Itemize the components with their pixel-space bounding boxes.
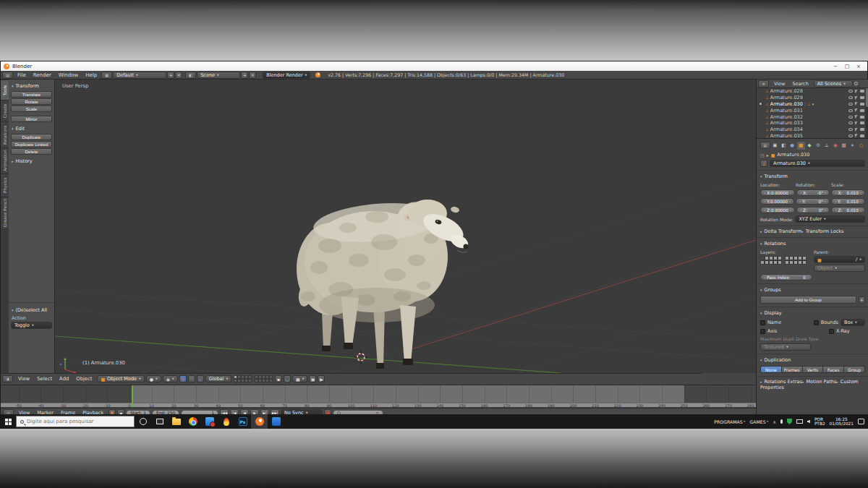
sheep-model[interactable] (297, 194, 470, 369)
duplicate-linked-button[interactable]: Duplicate Linked (11, 141, 52, 147)
pin-icon[interactable]: ◳ (760, 153, 765, 158)
timeline-region[interactable]: -50-40-30-20-100102030405060708090100110… (1, 385, 756, 407)
display-icon[interactable] (796, 419, 803, 424)
current-frame-indicator[interactable] (132, 385, 133, 407)
scene-dropdown[interactable]: Scene (197, 72, 240, 79)
snap-element-dropdown[interactable]: ▦ (292, 375, 307, 382)
toolshelf-tab-relations[interactable]: Relations (1, 121, 9, 147)
parent-type-dropdown[interactable]: Object (814, 265, 865, 272)
selectability-cursor-icon[interactable] (855, 127, 859, 132)
remove-layout-button[interactable]: × (175, 72, 182, 79)
outliner-search-icon[interactable] (854, 82, 858, 85)
world-tab-icon[interactable]: ● (788, 142, 796, 150)
microphone-icon[interactable] (780, 419, 783, 424)
opengl-render-anim-icon[interactable]: ▶ (318, 375, 325, 382)
duplication-option-group[interactable]: Group (844, 366, 865, 373)
scene-tab-icon[interactable]: ◧ (780, 142, 788, 150)
scale-x-field[interactable]: X:0.010 (831, 189, 865, 196)
renderability-camera-icon[interactable] (860, 134, 864, 137)
location-z-field[interactable]: Z:0.00000 (760, 207, 795, 213)
id-block-icon[interactable]: ⊥ (760, 160, 767, 167)
clock[interactable]: 16:2501/05/2021 (830, 417, 854, 427)
rotation-y-field[interactable]: Y:0° (796, 198, 830, 205)
menu-help[interactable]: Help (82, 72, 101, 78)
editor-type-3dview-icon[interactable]: ◑ (2, 375, 13, 382)
editor-type-info-icon[interactable]: ▤ (2, 72, 13, 79)
edit-section-header[interactable]: Edit (12, 126, 52, 132)
menu-window[interactable]: Window (55, 72, 82, 78)
task-view-icon[interactable] (151, 414, 168, 429)
layout-dropdown[interactable]: Default (113, 72, 166, 79)
mode-dropdown[interactable]: ■Object Mode (97, 375, 144, 382)
pass-index-field[interactable]: Pass Index:0 (760, 274, 812, 281)
duplication-option-none[interactable]: None (760, 366, 782, 373)
mirror-button[interactable]: Mirror (11, 116, 52, 122)
toolshelf-tab-animation[interactable]: Animation (1, 147, 9, 174)
operator-title[interactable]: (De)select All (12, 307, 52, 313)
layers-grid-b[interactable] (785, 256, 807, 265)
texture-tab-icon[interactable]: ▩ (840, 142, 848, 150)
speaker-icon[interactable] (807, 420, 810, 424)
selectability-cursor-icon[interactable] (855, 134, 859, 138)
selectability-cursor-icon[interactable] (855, 121, 859, 126)
outliner-item[interactable]: ⊥Armature.035 (757, 133, 866, 138)
viewport-menu-view[interactable]: View (14, 376, 33, 382)
search-input[interactable] (27, 419, 121, 424)
selectability-cursor-icon[interactable] (855, 95, 859, 100)
chrome-icon[interactable] (184, 414, 201, 429)
add-layout-button[interactable]: + (167, 72, 174, 79)
new-group-button[interactable]: + (859, 296, 865, 304)
delete-button[interactable]: Delete (11, 148, 52, 155)
outliner-item[interactable]: ⊥Armature.029 (757, 95, 866, 101)
menu-render[interactable]: Render (30, 72, 55, 78)
outliner-item[interactable]: ⊥Armature.028 (757, 88, 866, 95)
location-y-field[interactable]: Y:0.00000 (760, 198, 794, 205)
close-button[interactable]: × (853, 64, 864, 69)
outliner-item[interactable]: ⊥Armature.034 (757, 127, 866, 133)
selectability-cursor-icon[interactable] (855, 115, 859, 119)
renderability-camera-icon[interactable] (860, 121, 864, 124)
visibility-eye-icon[interactable] (848, 90, 853, 93)
viewport-layers-grid-a[interactable] (234, 375, 252, 382)
duplication-option-faces[interactable]: Faces (823, 366, 844, 373)
visibility-eye-icon[interactable] (848, 103, 853, 106)
modifiers-tab-icon[interactable]: ⚙ (814, 142, 822, 150)
constraints-tab-icon[interactable]: ◆ (806, 142, 814, 150)
data-tab-icon[interactable]: ⊥ (822, 142, 830, 150)
renderability-camera-icon[interactable] (860, 109, 864, 112)
pivot-dropdown[interactable]: ◉ (163, 375, 178, 382)
visibility-eye-icon[interactable] (848, 109, 853, 112)
outliner-item[interactable]: ⊥Armature.031 (757, 107, 866, 114)
location-x-field[interactable]: X:0.00000 (760, 189, 795, 196)
render-tab-icon[interactable]: ▣ (771, 142, 779, 150)
visibility-eye-icon[interactable] (848, 116, 853, 119)
outliner-menu-search[interactable]: Search (788, 81, 812, 87)
menu-file[interactable]: File (14, 72, 30, 78)
snap-magnet-icon[interactable]: ◡ (284, 375, 291, 382)
add-scene-button[interactable]: + (241, 72, 248, 79)
manipulator-scale-icon[interactable]: ▫ (197, 375, 204, 382)
editor-type-properties-icon[interactable]: ▤ (760, 142, 770, 149)
scale-y-field[interactable]: Y:0.010 (831, 198, 865, 205)
blender-taskbar-icon[interactable] (251, 414, 268, 429)
display-panel-header[interactable]: Display (760, 309, 865, 317)
duplication-panel-header[interactable]: Duplication (760, 356, 865, 364)
viewport-menu-add[interactable]: Add (56, 376, 72, 382)
operator-action-dropdown[interactable]: Toggle (11, 322, 52, 329)
selectability-cursor-icon[interactable] (855, 102, 859, 106)
rotation-x-field[interactable]: X:-0° (796, 189, 830, 196)
draw-type-dropdown[interactable]: Textured (760, 343, 811, 351)
layer-cell[interactable] (269, 379, 273, 382)
material-tab-icon[interactable]: ◉ (831, 142, 839, 150)
selectability-cursor-icon[interactable] (855, 108, 859, 113)
layers-grid-a[interactable] (760, 256, 782, 265)
panel-transform-locks[interactable]: Transform Locks (801, 228, 843, 235)
outliner-item[interactable]: ⊥Armature.032 (757, 114, 866, 120)
manipulator-rotate-icon[interactable]: ◠ (188, 375, 195, 382)
layer-cell[interactable] (248, 379, 252, 382)
visibility-eye-icon[interactable] (848, 134, 853, 137)
name-checkbox[interactable] (760, 320, 765, 325)
blue-app-icon[interactable] (268, 414, 284, 429)
scale-z-field[interactable]: Z:0.010 (831, 207, 865, 213)
duplicate-button[interactable]: Duplicate (11, 134, 52, 140)
